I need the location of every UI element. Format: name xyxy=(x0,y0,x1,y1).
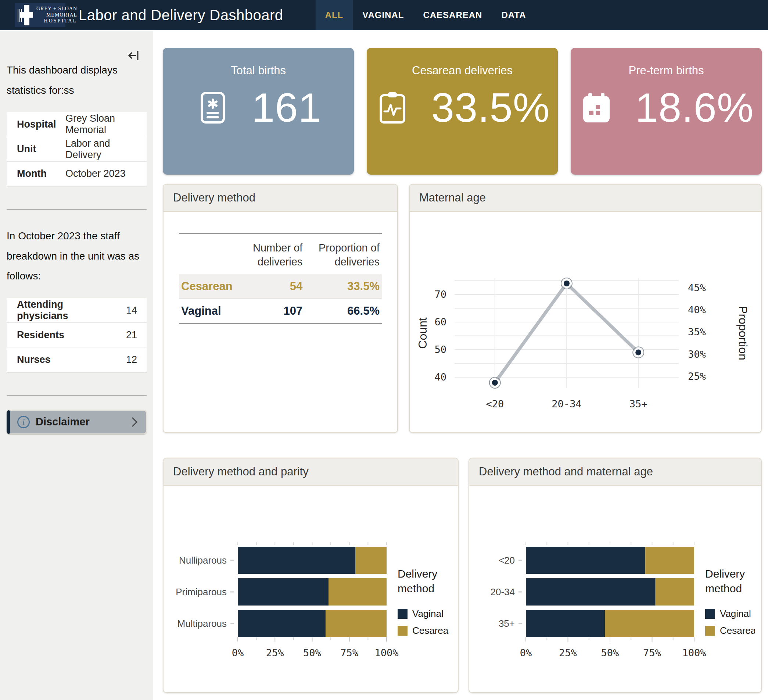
info-label: Unit xyxy=(6,137,66,162)
svg-text:<20: <20 xyxy=(486,398,504,410)
svg-text:40%: 40% xyxy=(688,304,706,316)
hospital-logo: GREY + SLOAN MEMORIAL HOSPITAL xyxy=(15,3,66,27)
svg-text:75%: 75% xyxy=(340,647,358,658)
age-method-stacked-bar-chart[interactable]: <2020-3435+0%25%50%75%100%Deliverymethod… xyxy=(477,541,755,666)
staff-table: Attending physicians 14 Residents 21 Nur… xyxy=(6,298,147,372)
tab-caesarean[interactable]: CAESAREAN xyxy=(413,0,492,30)
svg-text:0%: 0% xyxy=(232,647,244,658)
nav-tabs: ALL VAGINAL CAESAREAN DATA xyxy=(316,0,536,30)
kpi-value: 33.5% xyxy=(431,84,550,131)
svg-text:50%: 50% xyxy=(601,647,619,658)
info-value: Grey Sloan Memorial xyxy=(66,112,147,137)
kpi-card-total-births: Total births 161 xyxy=(163,48,354,175)
panel-title: Delivery method xyxy=(163,184,397,212)
svg-text:Count: Count xyxy=(416,317,429,349)
page-title: Labor and Delivery Dashboard xyxy=(78,7,283,24)
charts-row-1: Delivery method Number of deliveries Pro… xyxy=(163,184,762,433)
info-icon: i xyxy=(17,416,30,428)
staff-label: Nurses xyxy=(6,348,68,372)
info-value: October 2023 xyxy=(66,162,147,186)
table-row: Month October 2023 xyxy=(6,162,147,186)
svg-text:25%: 25% xyxy=(266,647,284,658)
info-label: Hospital xyxy=(6,112,66,137)
panel-title: Delivery method and parity xyxy=(163,458,458,486)
col-header-number: Number of deliveries xyxy=(235,234,305,274)
table-row: Residents 21 xyxy=(6,323,147,348)
sidebar-collapse-button[interactable] xyxy=(128,49,140,63)
hospital-cross-icon xyxy=(18,5,34,26)
kpi-card-cesarean: Cesarean deliveries 33.5% xyxy=(367,48,558,175)
top-navbar: GREY + SLOAN MEMORIAL HOSPITAL Labor and… xyxy=(0,0,768,30)
disclaimer-button[interactable]: i Disclaimer xyxy=(6,410,147,434)
kpi-title: Pre-term births xyxy=(629,64,704,77)
dashboard-info-table: Hospital Grey Sloan Memorial Unit Labor … xyxy=(6,112,147,186)
logo-line3: HOSPITAL xyxy=(36,18,77,24)
parity-stacked-bar-chart[interactable]: NulliparousPrimiparousMultiparous0%25%50… xyxy=(171,541,449,666)
svg-text:Cesarean: Cesarean xyxy=(720,625,755,636)
panel-delivery-maternal-age: Delivery method and maternal age <2020-3… xyxy=(469,458,762,693)
table-row: Hospital Grey Sloan Memorial xyxy=(6,112,147,137)
row-proportion: 33.5% xyxy=(305,274,382,299)
svg-text:method: method xyxy=(705,582,742,594)
sidebar: This dashboard displays statistics for:s… xyxy=(0,30,153,700)
svg-text:50%: 50% xyxy=(303,647,321,658)
table-row: Nurses 12 xyxy=(6,348,147,372)
svg-text:50: 50 xyxy=(434,344,446,355)
svg-text:30%: 30% xyxy=(688,349,706,360)
svg-text:35+: 35+ xyxy=(629,398,648,410)
svg-text:25%: 25% xyxy=(688,371,706,382)
row-proportion: 66.5% xyxy=(305,299,382,324)
kpi-card-preterm: Pre-term births 18.6% xyxy=(571,48,762,175)
birth-certificate-icon xyxy=(195,90,230,125)
kpi-row: Total births 161 xyxy=(163,48,762,175)
logo-line1: GREY + SLOAN xyxy=(36,6,77,12)
main-content: Total births 161 xyxy=(153,30,768,700)
staff-label: Residents xyxy=(6,323,68,348)
tab-all[interactable]: ALL xyxy=(316,0,353,30)
svg-text:60: 60 xyxy=(434,316,446,328)
svg-text:25%: 25% xyxy=(559,647,577,658)
svg-text:Cesarean: Cesarean xyxy=(412,625,449,636)
svg-text:Delivery: Delivery xyxy=(705,568,745,580)
staff-value: 12 xyxy=(68,348,147,372)
svg-text:method: method xyxy=(398,582,434,594)
row-label: Vaginal xyxy=(179,299,235,324)
collapse-arrow-icon xyxy=(128,49,140,62)
logo-line2: MEMORIAL xyxy=(36,12,77,18)
panel-maternal-age: Maternal age 4050607025%30%35%40%45%<202… xyxy=(409,184,762,433)
svg-text:100%: 100% xyxy=(374,647,398,658)
svg-text:Proportion: Proportion xyxy=(736,306,750,360)
sidebar-divider xyxy=(6,209,147,210)
table-row: Unit Labor and Delivery xyxy=(6,137,147,162)
panel-delivery-parity: Delivery method and parity NulliparousPr… xyxy=(163,458,459,693)
svg-text:75%: 75% xyxy=(643,647,661,658)
hospital-logo-text: GREY + SLOAN MEMORIAL HOSPITAL xyxy=(36,6,77,24)
tab-data[interactable]: DATA xyxy=(492,0,535,30)
col-header-proportion: Proportion of deliveries xyxy=(305,234,382,274)
info-value: Labor and Delivery xyxy=(66,137,147,162)
row-count: 107 xyxy=(235,299,305,324)
row-count: 54 xyxy=(235,274,305,299)
delivery-method-table: Number of deliveries Proportion of deliv… xyxy=(179,233,382,324)
panel-title: Maternal age xyxy=(410,184,761,212)
staff-label: Attending physicians xyxy=(6,298,68,323)
svg-text:0%: 0% xyxy=(520,647,532,658)
table-header-row: Number of deliveries Proportion of deliv… xyxy=(179,234,382,274)
svg-text:<20: <20 xyxy=(499,555,515,566)
staff-value: 14 xyxy=(68,298,147,323)
svg-text:Nulliparous: Nulliparous xyxy=(179,555,227,566)
kpi-title: Cesarean deliveries xyxy=(412,64,513,77)
svg-text:Delivery: Delivery xyxy=(398,568,437,580)
svg-text:20-34: 20-34 xyxy=(552,398,581,410)
row-label: Cesarean xyxy=(179,274,235,299)
maternal-age-line-chart[interactable]: 4050607025%30%35%40%45%<2020-3435+CountP… xyxy=(414,274,752,421)
kpi-value: 161 xyxy=(252,84,322,131)
sidebar-intro-text: This dashboard displays statistics for:s… xyxy=(6,60,147,100)
tab-vaginal[interactable]: VAGINAL xyxy=(353,0,413,30)
staff-value: 21 xyxy=(68,323,147,348)
panel-title: Delivery method and maternal age xyxy=(469,458,761,486)
svg-text:Vaginal: Vaginal xyxy=(720,608,751,619)
info-label: Month xyxy=(6,162,66,186)
svg-text:40: 40 xyxy=(434,371,446,383)
calendar-icon xyxy=(579,90,614,125)
